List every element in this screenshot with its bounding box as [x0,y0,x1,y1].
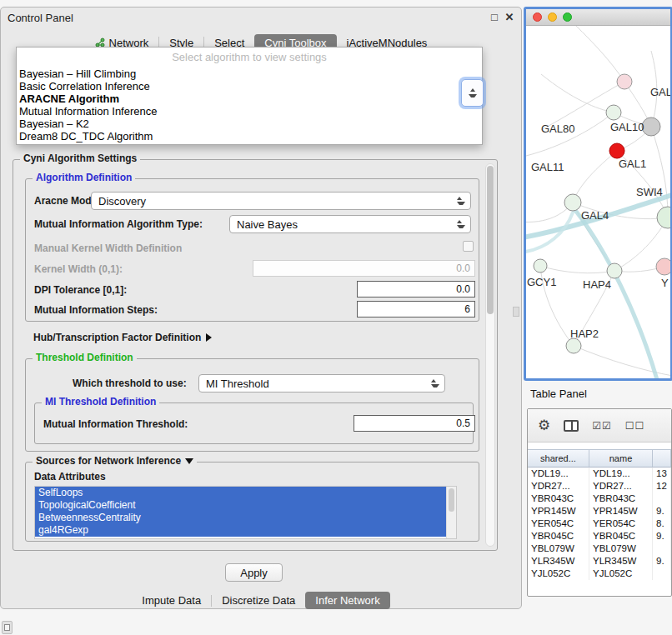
list-scrollbar[interactable] [446,487,456,538]
frame-title: Cyni Algorithm Settings [20,152,140,164]
algorithm-combobox-button[interactable] [461,79,484,107]
cell[interactable]: YLR345W [528,555,589,568]
dpi-tolerance-value: 0.0 [456,283,470,295]
cell[interactable]: 9. [653,530,671,542]
dropdown-item[interactable]: Bayesian – Hill Climbing [17,68,482,80]
node-label: Y [661,277,669,289]
zoom-traffic-light-icon[interactable] [563,12,572,22]
mi-steps-input[interactable]: 6 [357,301,475,318]
dropdown-item[interactable]: Basic Correlation Inference [17,80,482,92]
table-row[interactable]: YPR145W YPR145W 9. [528,505,671,518]
attribute-item-selected[interactable]: SelfLoops [35,487,446,499]
close-panel-icon[interactable]: ✕ [503,11,516,23]
dropdown-item[interactable]: Bayesian – K2 [17,118,482,130]
cell[interactable]: YDL19... [528,468,589,480]
deselect-all-checks-icon[interactable]: ☐☐ [625,421,645,431]
desktop: Control Panel □ ✕ Network Style Select C… [0,0,672,635]
column-header-name[interactable]: name [589,450,653,468]
sources-collapse-header[interactable]: Sources for Network Inference [33,455,197,467]
cell[interactable]: YJL052C [589,568,653,580]
table-row[interactable]: YJL052C YJL052C [528,568,671,580]
column-header-partial[interactable] [653,450,671,468]
aracne-mode-select[interactable]: Discovery [91,192,471,210]
attribute-item-selected[interactable]: gal4RGexp [35,524,446,537]
threshold-value: MI Threshold [206,378,269,390]
cell[interactable] [653,542,671,555]
float-window-icon[interactable]: □ [488,11,501,23]
scrollbar-thumb[interactable] [487,166,494,314]
dpi-tolerance-input[interactable]: 0.0 [357,281,475,298]
table-row[interactable]: YDR27... YDR27... 12 [528,480,671,492]
table-row[interactable]: YBR045C YBR045C 9. [528,530,671,542]
mi-threshold-input[interactable]: 0.5 [354,415,475,432]
select-all-checks-icon[interactable]: ☑☑ [592,421,612,431]
cell[interactable]: YER054C [589,518,653,530]
algorithm-definition-title: Algorithm Definition [33,172,135,183]
minimize-traffic-light-icon[interactable] [548,12,557,22]
cell[interactable]: YBR045C [589,530,653,542]
cell[interactable] [653,492,671,505]
gear-icon[interactable]: ⚙ [538,418,550,432]
cell[interactable]: YDR27... [528,480,589,492]
tab-discretize-data[interactable]: Discretize Data [212,592,305,609]
cell[interactable]: YBL079W [528,542,589,555]
node-label: SWI4 [636,186,663,198]
table-row[interactable]: YDL19... YDL19... 13 [528,468,671,480]
table-row[interactable]: YLR345W YLR345W 9. [528,555,671,568]
column-header-shared[interactable]: shared... [528,450,589,468]
dropdown-item-selected[interactable]: ARACNE Algorithm [17,92,482,105]
attribute-item-selected[interactable]: TopologicalCoefficient [35,499,446,512]
manual-kernel-label: Manual Kernel Width Definition [34,242,182,254]
table-toolbar: ⚙ ☑☑ ☐☐ [528,409,671,442]
panel-icon [4,624,10,631]
settings-scrollbar[interactable] [485,163,495,547]
cell[interactable]: 8. [653,518,671,530]
table-header: shared... name [528,449,671,468]
table-row[interactable]: YBR043C YBR043C [528,492,671,505]
network-canvas[interactable]: GAL GAL80 GAL10 GAL11 GAL1 SWI4 GAL4 GCY… [526,26,670,378]
mi-type-select[interactable]: Naive Bayes [229,215,471,233]
mi-type-value: Naive Bayes [237,218,298,231]
attribute-item-selected[interactable]: BetweennessCentrality [35,512,446,524]
node-label: GAL80 [541,122,574,135]
cell[interactable]: YDR27... [589,480,653,492]
dropdown-item[interactable]: Mutual Information Inference [17,105,482,118]
manual-kernel-checkbox[interactable] [463,241,474,252]
cell[interactable]: 13 [653,468,671,480]
network-window-titlebar[interactable] [526,9,670,26]
cell[interactable]: YDL19... [589,468,653,480]
columns-icon[interactable] [564,420,579,432]
tab-infer-network[interactable]: Infer Network [305,592,389,609]
cell[interactable]: YER054C [528,518,589,530]
node-label: GAL4 [581,209,609,222]
cell[interactable]: YBR045C [528,530,589,542]
list-scrollbar-thumb[interactable] [449,488,454,512]
cell[interactable]: 12 [653,480,671,492]
control-panel-titlebar: Control Panel □ ✕ [1,8,521,28]
cell[interactable]: YBR043C [589,492,653,505]
cell[interactable]: 9. [653,555,671,568]
cell[interactable]: YJL052C [528,568,589,580]
threshold-select[interactable]: MI Threshold [198,374,445,392]
cell[interactable] [653,568,671,580]
table-row[interactable]: YBL079W YBL079W [528,542,671,555]
hub-definition-label: Hub/Transcription Factor Definition [33,332,201,343]
hub-definition-expander[interactable]: Hub/Transcription Factor Definition [33,332,212,343]
tab-impute-data[interactable]: Impute Data [132,592,211,609]
minimized-panel-tab[interactable] [2,621,13,634]
cell[interactable]: YPR145W [589,505,653,518]
data-attributes-list[interactable]: SelfLoops TopologicalCoefficient Between… [34,486,457,539]
which-threshold-label: Which threshold to use: [73,378,187,389]
table-row[interactable]: YER054C YER054C 8. [528,518,671,530]
cell[interactable]: YBR043C [528,492,589,505]
dropdown-item[interactable]: Dream8 DC_TDC Algorithm [17,130,482,142]
apply-button[interactable]: Apply [225,563,283,582]
cell[interactable]: YPR145W [528,505,589,518]
kernel-width-input[interactable]: 0.0 [253,260,475,277]
cell[interactable]: YLR345W [589,555,653,568]
close-traffic-light-icon[interactable] [533,12,542,22]
cell[interactable]: 9. [653,505,671,518]
cell[interactable]: YBL079W [589,542,653,555]
combo-arrows-icon [457,220,465,228]
splitter-handle[interactable] [513,307,519,317]
